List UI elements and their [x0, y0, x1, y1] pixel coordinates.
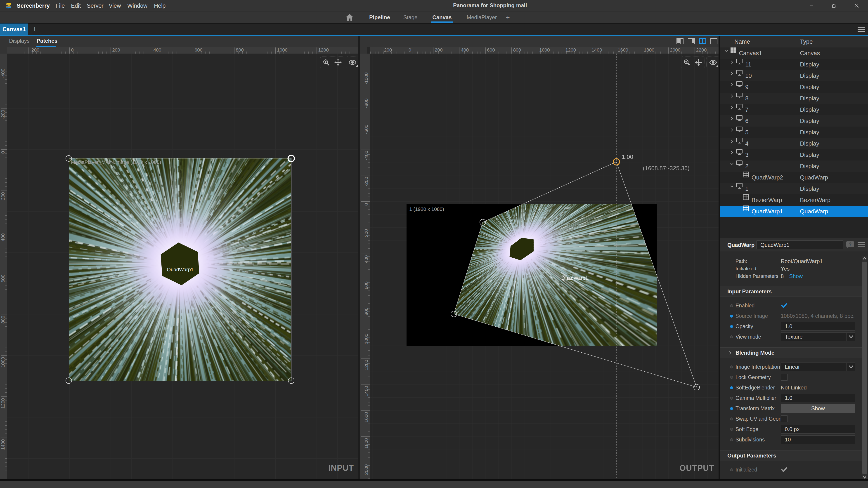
tree-row-6[interactable]: 6Display — [720, 115, 868, 127]
param-checkbox-checked[interactable] — [781, 302, 787, 309]
tree-row-quadwarp1[interactable]: QuadWarp1QuadWarp — [720, 206, 868, 217]
minimize-button[interactable] — [804, 0, 819, 11]
restore-button[interactable] — [827, 0, 842, 11]
info-value: Yes — [781, 265, 789, 272]
param-row-lock-geometry: Lock Geometry — [720, 372, 863, 383]
properties-header: QuadWarp ? — [720, 238, 868, 252]
param-button-show[interactable]: Show — [781, 404, 855, 413]
nav-add-tab[interactable]: + — [504, 11, 512, 23]
tree-item-type: Canvas — [800, 47, 820, 59]
zoom-tool-icon[interactable] — [320, 57, 332, 68]
tree-row-8[interactable]: 8Display — [720, 93, 868, 104]
info-row: Path:Root/QuadWarp1 — [720, 257, 863, 265]
output-toolbar — [681, 57, 718, 68]
warped-patch-image — [454, 204, 657, 346]
param-link-dot[interactable] — [730, 335, 733, 338]
tree-row-quadwarp2[interactable]: QuadWarp2QuadWarp — [720, 172, 868, 183]
pan-tool-icon[interactable] — [332, 57, 344, 68]
svg-text:-600: -600 — [364, 125, 369, 134]
warp-handle-selected[interactable] — [613, 159, 620, 165]
param-link-dot[interactable] — [730, 468, 733, 471]
layout-right-pane-button[interactable] — [688, 38, 695, 44]
subtab-patches[interactable]: Patches — [37, 36, 56, 47]
info-label: Path: — [736, 257, 779, 265]
tree-item-name: QuadWarp1 — [751, 206, 783, 217]
param-checkbox-checked[interactable] — [781, 466, 787, 473]
show-hidden-link[interactable]: Show — [789, 273, 803, 279]
visibility-tool-icon[interactable] — [346, 57, 359, 68]
param-link-dot[interactable] — [730, 407, 733, 410]
tab-canvas1[interactable]: Canvas1 — [0, 24, 28, 35]
properties-scrollbar[interactable] — [862, 256, 867, 480]
patch-name-input[interactable] — [756, 240, 843, 249]
layout-split-vertical-button[interactable] — [699, 38, 706, 44]
nav-tab-pipeline[interactable]: Pipeline — [365, 11, 394, 23]
menu-server[interactable]: Server — [87, 0, 103, 11]
param-input[interactable]: 0.0 px — [781, 425, 855, 433]
tree-item-type: Display — [800, 138, 819, 149]
param-link-dot[interactable] — [730, 438, 733, 441]
home-icon[interactable] — [345, 13, 354, 22]
layout-split-horizontal-button[interactable] — [710, 38, 717, 44]
param-link-dot[interactable] — [730, 376, 733, 379]
nav-tab-mediaplayer[interactable]: MediaPlayer — [467, 11, 496, 23]
scroll-up-icon[interactable] — [862, 256, 867, 261]
tree-row-7[interactable]: 7Display — [720, 104, 868, 115]
tree-row-5[interactable]: 5Display — [720, 127, 868, 138]
param-input[interactable]: 10 — [781, 435, 855, 444]
panel-divider[interactable] — [359, 36, 360, 480]
param-link-dot[interactable] — [730, 304, 733, 307]
tree-row-1[interactable]: 1Display — [720, 183, 868, 194]
scroll-down-icon[interactable] — [862, 475, 867, 479]
param-link-dot[interactable] — [730, 397, 733, 400]
nav-tab-stage[interactable]: Stage — [403, 11, 418, 23]
subtab-displays[interactable]: Displays — [9, 36, 28, 47]
nav-tab-canvas[interactable]: Canvas — [432, 11, 452, 23]
visibility-tool-icon[interactable] — [706, 57, 718, 68]
menu-view[interactable]: View — [109, 0, 121, 11]
tree-row-9[interactable]: 9Display — [720, 82, 868, 93]
tree-row-10[interactable]: 10Display — [720, 70, 868, 82]
input-canvas[interactable]: MediaPlayer_MAIN.Image (1080 x 1080) Qua… — [7, 54, 359, 479]
param-checkbox-unchecked[interactable] — [781, 416, 787, 422]
menu-edit[interactable]: Edit — [71, 0, 81, 11]
tree-row-4[interactable]: 4Display — [720, 138, 868, 149]
param-link-dot[interactable] — [730, 325, 733, 328]
help-icon[interactable]: ? — [846, 241, 854, 248]
tree-item-type: Display — [800, 104, 819, 115]
param-select[interactable]: Linear — [781, 363, 855, 371]
param-checkbox-unchecked[interactable] — [781, 374, 787, 381]
zoom-tool-icon[interactable] — [681, 57, 693, 68]
output-canvas[interactable]: 1 (1920 x 1080) 1.00 (1608.87:-325.36) Q… — [370, 54, 718, 479]
close-button[interactable] — [849, 0, 865, 11]
tree-column-name[interactable]: Name — [734, 36, 750, 47]
tree-column-type[interactable]: Type — [800, 36, 813, 47]
menu-help[interactable]: Help — [154, 0, 165, 11]
param-link-dot[interactable] — [730, 428, 733, 431]
layout-left-pane-button[interactable] — [677, 38, 683, 44]
warp-handle-bottom-right[interactable] — [694, 384, 700, 390]
section-header[interactable]: Blending Mode — [720, 348, 863, 358]
properties-menu-icon[interactable] — [858, 242, 865, 247]
param-link-dot[interactable] — [730, 365, 733, 368]
output-patch-label: QuadWarp1 — [561, 275, 588, 281]
tree-row-bezierwarp[interactable]: BezierWarpBezierWarp — [720, 194, 868, 206]
tab-list-menu-icon[interactable] — [858, 27, 865, 32]
add-tab-button[interactable]: + — [30, 24, 39, 35]
tree-column-divider[interactable] — [796, 37, 796, 46]
tree-row-canvas1[interactable]: Canvas1Canvas — [720, 47, 868, 59]
nav-bar: PipelineStageCanvasMediaPlayer+ — [0, 11, 868, 24]
tree-row-3[interactable]: 3Display — [720, 149, 868, 161]
param-input[interactable]: 1.0 — [781, 322, 855, 331]
menu-file[interactable]: File — [56, 0, 65, 11]
param-input[interactable]: 1.0 — [781, 394, 855, 402]
param-select[interactable]: Texture — [781, 332, 855, 341]
pan-tool-icon[interactable] — [693, 57, 705, 68]
tree-row-2[interactable]: 2Display — [720, 161, 868, 172]
param-link-dot[interactable] — [730, 418, 733, 420]
tree-row-11[interactable]: 11Display — [720, 59, 868, 70]
scrollbar-thumb[interactable] — [862, 262, 867, 474]
param-link-dot[interactable] — [730, 315, 733, 318]
menu-window[interactable]: Window — [127, 0, 147, 11]
param-link-dot[interactable] — [730, 386, 733, 389]
